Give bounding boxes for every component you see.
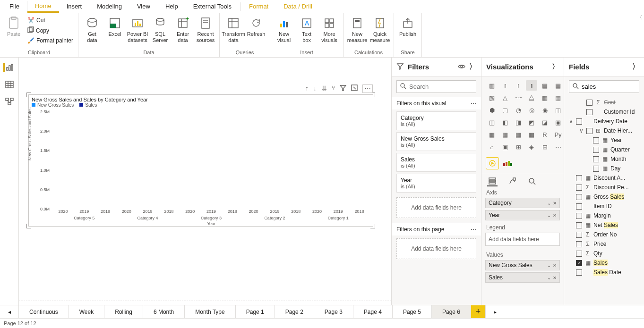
viz-type-icon[interactable]: ◈ [526, 142, 537, 152]
viz-type-icon[interactable]: ⫿ [499, 80, 511, 91]
field-row[interactable]: ▦Day [566, 164, 642, 173]
format-tab[interactable] [507, 176, 517, 186]
quick-measure-button[interactable]: Quick measure [369, 14, 391, 43]
resize-handle[interactable] [370, 93, 375, 97]
paste-button[interactable]: Paste [3, 14, 25, 37]
viz-type-icon[interactable]: ◫ [486, 117, 498, 127]
tabs-scroll-left[interactable]: ◂ [0, 305, 19, 318]
more-icon[interactable]: ⋯ [471, 100, 476, 107]
viz-type-icon[interactable]: ◔ [513, 105, 524, 115]
field-row[interactable]: ΣPrice [566, 239, 642, 249]
viz-type-icon[interactable]: ⬢ [486, 105, 498, 115]
viz-type-icon[interactable]: ⧋ [526, 93, 537, 103]
viz-type-icon[interactable]: ◩ [526, 117, 537, 127]
field-checkbox[interactable] [576, 203, 582, 210]
field-row[interactable]: ∨⊞Date Hier... [566, 126, 642, 135]
add-page-button[interactable]: + [471, 305, 485, 318]
page-tab[interactable]: Page 3 [314, 305, 353, 318]
field-checkbox[interactable]: ✓ [576, 260, 582, 266]
field-checkbox[interactable] [586, 109, 592, 115]
axis-pill-category[interactable]: Category⌄✕ [485, 198, 560, 208]
field-checkbox[interactable] [593, 137, 599, 143]
field-checkbox[interactable] [576, 185, 582, 191]
format-painter-button[interactable]: 🖌️Format painter [26, 36, 75, 45]
remove-icon[interactable]: ✕ [553, 213, 557, 218]
viz-type-icon[interactable]: 〰 [513, 93, 524, 103]
viz-type-icon[interactable]: ◪ [539, 117, 550, 127]
filters-search[interactable] [396, 80, 476, 93]
legend-drop[interactable]: Add data fields here [485, 233, 560, 246]
viz-type-icon[interactable]: ▦ [513, 129, 524, 140]
field-row[interactable]: ▦Month [566, 154, 642, 164]
page-tab[interactable]: Page 2 [275, 305, 314, 318]
ribbon-collapse[interactable]: 〈 [637, 14, 642, 21]
field-row[interactable]: ▦Quarter [566, 145, 642, 154]
resize-handle[interactable] [26, 93, 31, 97]
field-checkbox[interactable] [593, 147, 599, 153]
filter-card[interactable]: New Gross Salesis (All) [396, 132, 476, 151]
viz-type-icon[interactable]: ▦ [499, 129, 511, 140]
field-row[interactable]: ▦Gross Sales [566, 192, 642, 202]
field-row[interactable]: Item ID [566, 202, 642, 211]
fields-search[interactable] [569, 80, 639, 93]
drill-down-icon[interactable]: ↓ [313, 84, 317, 93]
viz-type-icon[interactable]: ⫿ [526, 80, 537, 91]
enter-data-button[interactable]: +Enter data [172, 14, 194, 43]
page-tab[interactable]: Month Type [185, 305, 235, 318]
viz-type-icon[interactable]: ▦ [552, 93, 564, 103]
filters-visual-drop[interactable]: Add data fields here [396, 197, 476, 218]
cut-button[interactable]: ✂️Cut [26, 16, 75, 25]
field-checkbox[interactable] [593, 156, 599, 162]
field-checkbox[interactable] [586, 128, 592, 134]
viz-type-icon[interactable]: ▥ [486, 80, 498, 91]
viz-type-icon[interactable]: ▤ [539, 80, 550, 91]
collapse-pane-icon[interactable]: 〉 [632, 62, 639, 71]
analytics-tab[interactable] [527, 176, 537, 186]
menu-modeling[interactable]: Modeling [89, 1, 129, 12]
menu-format[interactable]: Format [241, 1, 276, 12]
field-checkbox[interactable] [576, 222, 582, 228]
field-row[interactable]: ΣCost [566, 98, 642, 107]
tabs-scroll-right[interactable]: ▸ [485, 305, 504, 318]
axis-pill-year[interactable]: Year⌄✕ [485, 210, 560, 220]
viz-type-icon[interactable]: R [539, 129, 550, 140]
focus-mode-icon[interactable] [351, 84, 358, 93]
remove-icon[interactable]: ✕ [553, 275, 557, 280]
publish-button[interactable]: Publish [397, 14, 419, 37]
menu-data-drill[interactable]: Data / Drill [276, 1, 320, 12]
new-visual-button[interactable]: New visual [273, 14, 295, 43]
viz-type-icon[interactable]: ◉ [539, 105, 550, 115]
resize-handle[interactable] [370, 224, 375, 228]
viz-type-icon[interactable]: ▦ [486, 129, 498, 140]
field-row[interactable]: ▦Discount A... [566, 173, 642, 183]
field-checkbox[interactable] [576, 232, 582, 238]
viz-type-icon[interactable]: △ [499, 93, 511, 103]
viz-type-icon[interactable]: ◧ [499, 117, 511, 127]
viz-type-icon[interactable]: ◫ [552, 105, 564, 115]
model-view-button[interactable] [5, 97, 14, 106]
menu-insert[interactable]: Insert [59, 1, 90, 12]
viz-type-icon[interactable]: ◎ [526, 105, 537, 115]
viz-type-icon[interactable]: ⊞ [513, 142, 524, 152]
menu-view[interactable]: View [129, 1, 158, 12]
collapse-pane-icon[interactable]: 〉 [469, 62, 476, 71]
values-pill-ngs[interactable]: New Gross Sales⌄✕ [485, 260, 560, 270]
viz-type-icon[interactable]: ▦ [526, 129, 537, 140]
page-tab[interactable]: Page 4 [353, 305, 393, 318]
filter-card[interactable]: Categoryis (All) [396, 111, 476, 130]
menu-home[interactable]: Home [27, 0, 59, 13]
expand-next-icon[interactable]: ⑂ [332, 84, 335, 93]
viz-type-icon[interactable]: ▧ [486, 93, 498, 103]
field-checkbox[interactable] [576, 118, 582, 125]
field-row[interactable]: Customer Id [566, 107, 642, 117]
more-options-icon[interactable]: ⋯ [362, 84, 373, 93]
field-row[interactable]: ΣOrder No [566, 230, 642, 239]
viz-type-icon[interactable]: ▤ [552, 80, 564, 91]
field-checkbox[interactable] [576, 269, 582, 276]
data-view-button[interactable] [5, 80, 14, 89]
excel-button[interactable]: Excel [104, 14, 126, 37]
field-row[interactable]: Sales Date [566, 268, 642, 277]
fields-well-tab[interactable] [487, 176, 498, 186]
field-checkbox[interactable] [593, 166, 599, 172]
filter-icon[interactable] [340, 84, 346, 93]
